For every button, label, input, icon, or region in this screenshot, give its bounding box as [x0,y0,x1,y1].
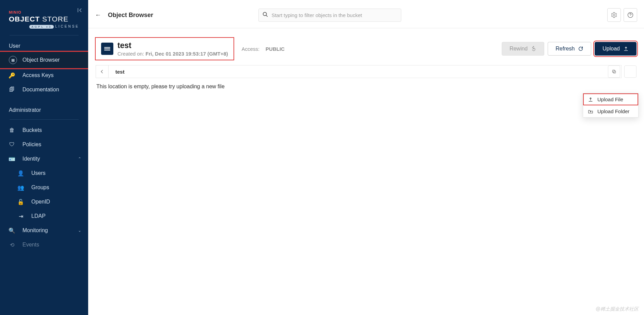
refresh-icon [578,46,583,51]
sidebar-item-events[interactable]: ⟲ Events [0,238,88,252]
settings-button[interactable] [607,8,621,22]
shield-icon: 🛡 [9,141,15,148]
refresh-button[interactable]: Refresh [548,42,591,56]
sidebar-item-buckets[interactable]: 🗑 Buckets [0,123,88,137]
sidebar-item-documentation[interactable]: 🗐 Documentation [0,82,88,97]
svg-rect-3 [612,70,615,72]
sidebar-item-identity[interactable]: 🪪 Identity ⌃ [0,152,88,166]
bucket-icon [101,43,113,55]
login-icon: ⇥ [18,213,24,219]
upload-folder-icon [588,109,593,114]
rewind-icon [531,46,536,51]
empty-message: This location is empty, please try uploa… [96,78,637,95]
sidebar-item-ldap[interactable]: ⇥ LDAP [0,209,88,223]
topbar: ← Object Browser [88,2,644,28]
collapse-sidebar-icon[interactable] [77,7,82,14]
access-value: PUBLIC [265,46,285,52]
bucket-info: test Created on: Fri, Dec 01 2023 19:53:… [96,38,234,60]
help-icon [627,12,633,18]
sidebar-section-user: User [0,39,88,52]
upload-menu: Upload File Upload Folder [583,93,639,118]
logo: MINIO OBJECT STORE AGPL v3LICENSE [0,4,88,32]
bucket-created: Created on: Fri, Dec 01 2023 19:53:17 (G… [117,51,228,57]
search-input[interactable] [258,9,401,22]
breadcrumb-back-button[interactable] [96,65,109,78]
search-icon: 🔍 [9,227,15,234]
chevron-down-icon: ⌄ [78,228,81,233]
sidebar-item-policies[interactable]: 🛡 Policies [0,137,88,152]
back-button[interactable]: ← [95,12,101,19]
lock-icon: 🔓 [18,199,24,205]
object-browser-icon: ▦ [9,56,17,64]
svg-point-0 [263,12,267,16]
sidebar-item-access-keys[interactable]: 🔑 Access Keys [0,68,88,82]
search-icon [262,12,268,18]
upload-file-icon [588,97,593,102]
sidebar-item-openid[interactable]: 🔓 OpenID [0,195,88,209]
svg-rect-2 [613,71,616,73]
breadcrumb-bar: test [96,65,637,78]
upload-icon [623,46,629,51]
upload-folder-menu-item[interactable]: Upload Folder [583,105,638,117]
bucket-icon: 🗑 [9,127,15,133]
rewind-button[interactable]: Rewind [502,42,544,56]
bucket-name: test [117,41,228,50]
user-icon: 👤 [18,170,24,176]
group-icon: 👥 [18,184,24,191]
chevron-left-icon [100,69,104,74]
breadcrumb-path[interactable]: test [109,65,622,78]
events-icon: ⟲ [9,242,15,248]
gear-icon [611,12,617,18]
sidebar-item-monitoring[interactable]: 🔍 Monitoring ⌄ [0,223,88,238]
logo-brand: MINIO [9,10,79,14]
chevron-up-icon: ⌃ [78,156,81,161]
sidebar-item-groups[interactable]: 👥 Groups [0,180,88,195]
sidebar-item-object-browser[interactable]: ▦ Object Browser [0,52,88,68]
create-path-button[interactable] [624,65,637,78]
identity-icon: 🪪 [9,156,15,162]
upload-file-menu-item[interactable]: Upload File [583,93,638,105]
upload-button[interactable]: Upload [595,42,637,56]
sidebar-item-users[interactable]: 👤 Users [0,166,88,180]
access-label: Access: [242,46,260,52]
page-title: Object Browser [108,12,153,19]
key-icon: 🔑 [9,72,15,78]
help-button[interactable] [624,8,637,22]
copy-icon [612,69,616,74]
watermark: @稀土掘金技术社区 [596,306,639,312]
copy-path-button[interactable] [608,65,620,78]
document-icon: 🗐 [9,87,15,93]
sidebar: MINIO OBJECT STORE AGPL v3LICENSE User ▦… [0,0,88,315]
main-content: ← Object Browser [88,0,644,315]
sidebar-section-admin: Administrator [0,103,88,116]
